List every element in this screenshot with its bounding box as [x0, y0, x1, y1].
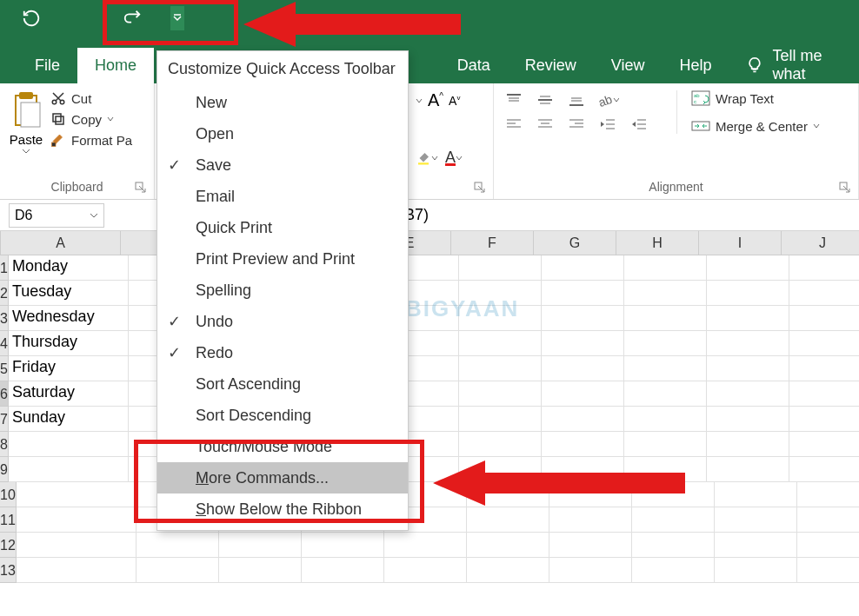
paste-button[interactable]: Paste	[9, 90, 43, 154]
cell[interactable]	[624, 331, 707, 356]
row-header[interactable]: 3	[0, 306, 9, 331]
cell[interactable]	[789, 331, 859, 356]
row-header[interactable]: 1	[0, 255, 9, 281]
cell[interactable]	[624, 457, 707, 482]
cell[interactable]	[302, 533, 384, 558]
cell[interactable]	[715, 533, 797, 558]
menu-item[interactable]: More Commands...	[157, 462, 408, 493]
cell[interactable]	[632, 533, 715, 558]
cell[interactable]	[707, 255, 789, 281]
cell[interactable]: Thursday	[9, 331, 129, 356]
cell[interactable]: Saturday	[9, 381, 129, 407]
cell[interactable]	[632, 507, 715, 533]
cell[interactable]: Friday	[9, 356, 129, 381]
cell[interactable]	[542, 255, 624, 281]
cell[interactable]	[797, 533, 859, 558]
row-header[interactable]: 9	[0, 457, 9, 482]
cell[interactable]	[219, 558, 302, 583]
cell[interactable]	[467, 533, 549, 558]
tab-data[interactable]: Data	[440, 48, 508, 83]
column-header[interactable]: A	[1, 231, 121, 255]
cut-button[interactable]: Cut	[50, 90, 132, 106]
decrease-indent-button[interactable]	[596, 115, 619, 134]
cell[interactable]	[542, 432, 624, 457]
cell[interactable]	[632, 482, 715, 507]
menu-item[interactable]: Quick Print	[157, 212, 408, 243]
cell[interactable]	[137, 558, 219, 583]
row-header[interactable]: 4	[0, 331, 9, 356]
tell-me[interactable]: Tell me what	[746, 47, 859, 83]
cell[interactable]	[789, 306, 859, 331]
cell[interactable]	[459, 306, 542, 331]
cell[interactable]	[459, 381, 542, 407]
align-middle-button[interactable]	[534, 90, 556, 109]
redo-icon[interactable]	[122, 8, 143, 29]
cell[interactable]	[17, 482, 137, 507]
tab-view[interactable]: View	[594, 48, 663, 83]
menu-item[interactable]: Email	[157, 181, 408, 212]
row-header[interactable]: 5	[0, 356, 9, 381]
menu-item[interactable]: Spelling	[157, 275, 408, 306]
cell[interactable]	[549, 533, 632, 558]
chevron-down-icon[interactable]	[416, 98, 423, 103]
cell[interactable]	[707, 356, 789, 381]
cell[interactable]	[542, 407, 624, 432]
increase-indent-button[interactable]	[628, 115, 650, 134]
cell[interactable]	[549, 558, 632, 583]
cell[interactable]	[707, 331, 789, 356]
cell[interactable]	[459, 356, 542, 381]
row-header[interactable]: 8	[0, 432, 9, 457]
menu-item[interactable]: Print Preview and Print	[157, 243, 408, 275]
tab-home[interactable]: Home	[77, 48, 154, 83]
cell[interactable]	[542, 457, 624, 482]
menu-item[interactable]: Show Below the Ribbon	[157, 493, 408, 525]
align-bottom-button[interactable]	[565, 90, 588, 109]
menu-item[interactable]: Sort Ascending	[157, 368, 408, 400]
column-header[interactable]: G	[534, 231, 616, 255]
column-header[interactable]: H	[616, 231, 699, 255]
cell[interactable]	[624, 381, 707, 407]
row-header[interactable]: 12	[0, 533, 17, 558]
cell[interactable]	[789, 281, 859, 306]
cell[interactable]	[624, 432, 707, 457]
cell[interactable]	[459, 407, 542, 432]
cell[interactable]	[9, 432, 129, 457]
row-header[interactable]: 2	[0, 281, 9, 306]
wrap-text-button[interactable]: abc Wrap Text	[691, 90, 820, 106]
cell[interactable]	[624, 255, 707, 281]
cell[interactable]	[542, 306, 624, 331]
chevron-down-icon[interactable]	[90, 213, 98, 218]
cell[interactable]	[632, 558, 715, 583]
cell[interactable]	[17, 507, 137, 533]
tab-help[interactable]: Help	[662, 48, 729, 83]
cell[interactable]	[789, 457, 859, 482]
row-header[interactable]: 11	[0, 507, 17, 533]
menu-item[interactable]: ✓Redo	[157, 337, 408, 368]
cell[interactable]	[459, 457, 542, 482]
cell[interactable]	[459, 281, 542, 306]
cell[interactable]	[789, 255, 859, 281]
cell[interactable]	[624, 306, 707, 331]
cell[interactable]: Tuesday	[9, 281, 129, 306]
row-header[interactable]: 6	[0, 381, 9, 407]
cell[interactable]	[707, 381, 789, 407]
cell[interactable]	[302, 558, 384, 583]
column-header[interactable]: J	[782, 231, 859, 255]
menu-item[interactable]: Open	[157, 118, 408, 149]
cell[interactable]	[624, 356, 707, 381]
cell[interactable]	[789, 432, 859, 457]
merge-center-button[interactable]: Merge & Center	[691, 118, 820, 134]
dialog-launcher-icon[interactable]	[135, 182, 147, 194]
column-header[interactable]: I	[699, 231, 782, 255]
align-center-button[interactable]	[534, 115, 556, 134]
cell[interactable]	[219, 533, 302, 558]
cell[interactable]	[707, 281, 789, 306]
cell[interactable]	[715, 482, 797, 507]
orientation-button[interactable]: ab	[596, 90, 619, 109]
cell[interactable]	[17, 533, 137, 558]
cell[interactable]: Sunday	[9, 407, 129, 432]
cell[interactable]	[797, 482, 859, 507]
cell[interactable]	[549, 507, 632, 533]
cell[interactable]	[17, 558, 137, 583]
cell[interactable]	[459, 432, 542, 457]
